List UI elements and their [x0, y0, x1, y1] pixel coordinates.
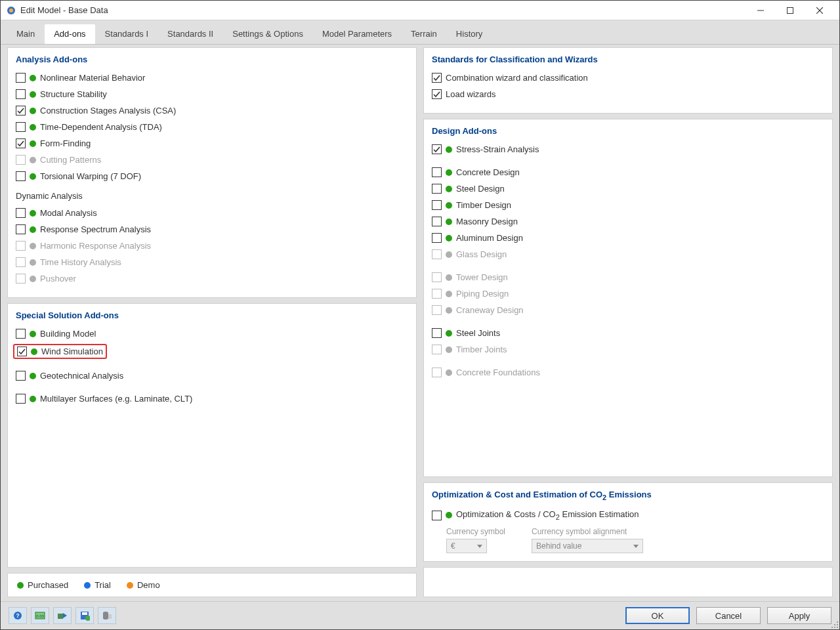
dot-icon: [30, 91, 36, 98]
checkbox-label: Multilayer Surfaces (e.g. Laminate, CLT): [40, 394, 192, 404]
checkbox-icon[interactable]: [432, 89, 442, 99]
checkbox-icon[interactable]: [432, 184, 442, 194]
tab-standards-ii[interactable]: Standards II: [158, 24, 222, 44]
checkbox-icon[interactable]: [16, 73, 26, 83]
legend-purchased: Purchased: [17, 580, 68, 590]
checkbox-nonlinear-material-behavior[interactable]: Nonlinear Material Behavior: [16, 72, 408, 83]
save-icon[interactable]: [75, 607, 94, 624]
svg-rect-18: [108, 614, 112, 619]
tab-standards-i[interactable]: Standards I: [96, 24, 158, 44]
checkbox-icon: [432, 368, 442, 377]
checkbox-icon[interactable]: [17, 346, 27, 356]
dot-icon: [446, 202, 452, 209]
close-button[interactable]: [805, 1, 834, 20]
apply-button[interactable]: Apply: [767, 607, 831, 624]
checkbox-icon[interactable]: [432, 200, 442, 210]
checkbox-response-spectrum-analysis[interactable]: Response Spectrum Analysis: [16, 224, 408, 235]
checkbox-stress-strain-analysis[interactable]: Stress-Strain Analysis: [432, 144, 824, 155]
checkbox-icon[interactable]: [16, 394, 26, 404]
cancel-button[interactable]: Cancel: [696, 607, 761, 624]
checkbox-label: Torsional Warping (7 DOF): [40, 171, 141, 181]
checkbox-icon[interactable]: [16, 122, 26, 132]
legend-panel: Purchased Trial Demo: [7, 573, 417, 597]
svg-point-1: [9, 9, 13, 12]
select-currency-symbol[interactable]: €: [446, 539, 487, 553]
dot-icon: [446, 235, 452, 242]
minimize-button[interactable]: [746, 1, 775, 20]
checkbox-wind-simulation[interactable]: Wind Simulation: [16, 345, 408, 358]
checkbox-construction-stages-analysis-csa-[interactable]: Construction Stages Analysis (CSA): [16, 105, 408, 116]
checkbox-label: Timber Design: [456, 200, 511, 210]
checkbox-icon[interactable]: [16, 329, 26, 339]
titlebar: Edit Model - Base Data: [1, 1, 839, 20]
checkbox-modal-analysis[interactable]: Modal Analysis: [16, 207, 408, 219]
checkbox-torsional-warping-7-dof-[interactable]: Torsional Warping (7 DOF): [16, 171, 408, 182]
checkbox-steel-design[interactable]: Steel Design: [432, 183, 824, 194]
checkbox-geotechnical-analysis[interactable]: Geotechnical Analysis: [16, 370, 408, 381]
checkbox-icon[interactable]: [16, 224, 26, 234]
checkbox-multilayer-surfaces-e-g-laminate-clt-[interactable]: Multilayer Surfaces (e.g. Laminate, CLT): [16, 393, 408, 404]
checkbox-load-wizards[interactable]: Load wizards: [432, 89, 824, 100]
tab-terrain[interactable]: Terrain: [402, 24, 446, 44]
dot-icon: [446, 369, 452, 376]
dot-icon: [30, 157, 36, 163]
checkbox-optimization-costs[interactable]: Optimization & Costs / CO2 Emission Esti…: [432, 509, 824, 522]
dot-icon: [446, 307, 452, 314]
checkbox-icon[interactable]: [16, 208, 26, 218]
checkbox-icon[interactable]: [16, 171, 26, 181]
dot-icon: [446, 274, 452, 281]
svg-rect-3: [787, 7, 793, 13]
checkbox-label: Tower Design: [456, 272, 508, 282]
checkbox-form-finding[interactable]: Form-Finding: [16, 138, 408, 149]
tab-main[interactable]: Main: [7, 24, 44, 44]
checkbox-icon: [432, 272, 442, 282]
checkbox-icon[interactable]: [432, 511, 442, 520]
tab-model-parameters[interactable]: Model Parameters: [313, 24, 401, 44]
checkbox-label: Concrete Design: [456, 167, 520, 177]
checkbox-icon[interactable]: [432, 73, 442, 83]
units-icon[interactable]: 0.00: [31, 607, 49, 624]
checkbox-icon[interactable]: [432, 167, 442, 177]
svg-point-21: [837, 624, 838, 625]
checkbox-icon[interactable]: [16, 89, 26, 99]
checkbox-label: Masonry Design: [456, 217, 518, 226]
tab-bar: MainAdd-onsStandards IStandards IISettin…: [1, 20, 839, 45]
maximize-button[interactable]: [775, 1, 805, 20]
checkbox-concrete-design[interactable]: Concrete Design: [432, 167, 824, 178]
help-icon[interactable]: ?: [9, 607, 27, 624]
tab-settings-options[interactable]: Settings & Options: [223, 24, 312, 44]
dot-icon: [446, 146, 452, 153]
checkbox-icon[interactable]: [16, 138, 26, 148]
database-icon[interactable]: [98, 607, 116, 624]
svg-marker-11: [63, 613, 67, 618]
checkbox-combination-wizard-and-classification[interactable]: Combination wizard and classification: [432, 72, 824, 83]
checkbox-label: Timber Joints: [456, 345, 507, 354]
checkbox-structure-stability[interactable]: Structure Stability: [16, 89, 408, 100]
checkbox-label: Craneway Design: [456, 305, 524, 315]
checkbox-icon[interactable]: [432, 217, 442, 226]
checkbox-icon[interactable]: [16, 371, 26, 381]
panel-title: Analysis Add-ons: [16, 54, 408, 64]
ok-button[interactable]: OK: [625, 607, 690, 624]
checkbox-icon[interactable]: [432, 328, 442, 338]
checkbox-building-model[interactable]: Building Model: [16, 328, 408, 339]
run-icon[interactable]: [53, 607, 72, 624]
dot-icon: [446, 186, 452, 192]
checkbox-masonry-design[interactable]: Masonry Design: [432, 216, 824, 227]
dot-icon: [30, 276, 36, 282]
checkbox-steel-joints[interactable]: Steel Joints: [432, 327, 824, 339]
tab-history[interactable]: History: [447, 24, 492, 44]
checkbox-icon[interactable]: [432, 144, 442, 154]
checkbox-icon[interactable]: [432, 233, 442, 243]
svg-text:?: ?: [16, 612, 20, 619]
checkbox-time-dependent-analysis-tda-[interactable]: Time-Dependent Analysis (TDA): [16, 121, 408, 133]
checkbox-aluminum-design[interactable]: Aluminum Design: [432, 232, 824, 243]
checkbox-icon[interactable]: [16, 106, 26, 116]
chevron-down-icon: [477, 545, 482, 548]
label-currency-symbol: Currency symbol: [446, 527, 505, 536]
checkbox-timber-design[interactable]: Timber Design: [432, 200, 824, 211]
checkbox-concrete-foundations: Concrete Foundations: [432, 367, 824, 378]
resize-grip-icon[interactable]: [831, 621, 839, 629]
tab-add-ons[interactable]: Add-ons: [45, 24, 94, 44]
select-currency-alignment[interactable]: Behind value: [532, 539, 643, 553]
